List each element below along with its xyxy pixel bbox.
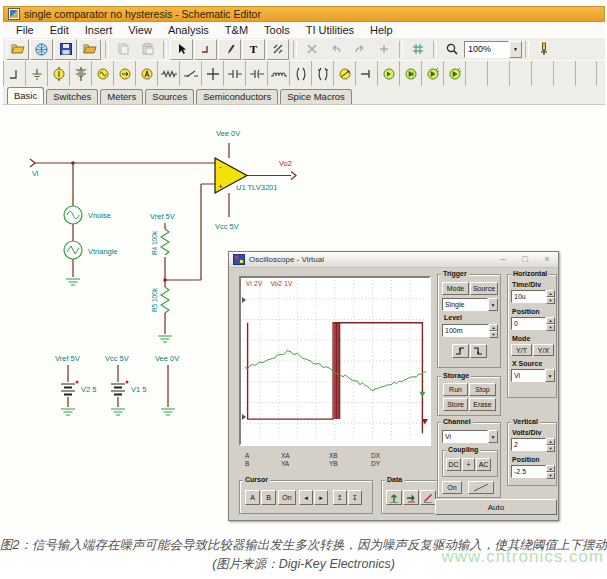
- yt-mode-button[interactable]: Y/T: [511, 344, 532, 356]
- tab-basic[interactable]: Basic: [7, 87, 44, 104]
- component-wire-button[interactable]: [3, 61, 25, 87]
- wire-tool-button[interactable]: [194, 39, 217, 60]
- data-export-button[interactable]: [386, 490, 402, 505]
- tab-meters[interactable]: Meters: [100, 89, 143, 104]
- import-button[interactable]: [78, 39, 101, 60]
- v-position-input[interactable]: -2.5: [511, 465, 546, 478]
- undo-button[interactable]: [324, 39, 347, 60]
- cursor-a-button[interactable]: A: [245, 490, 260, 505]
- voltsdiv-spinner[interactable]: ▲▼: [546, 438, 555, 451]
- oscilloscope-window[interactable]: Oscilloscope - Virtual – □ × Vi 2VVo2 1V…: [228, 251, 559, 521]
- cursor-on-button[interactable]: On: [278, 490, 296, 505]
- tab-spice-macros[interactable]: Spice Macros: [280, 89, 352, 104]
- channel-on-button[interactable]: On: [442, 481, 462, 494]
- component-voltage-generator-button[interactable]: [91, 61, 113, 87]
- xsource-select[interactable]: Vi: [511, 369, 545, 382]
- trigger-level-spinner[interactable]: ▲▼: [489, 324, 498, 337]
- open-file-button[interactable]: [6, 39, 29, 60]
- trigger-mode-select[interactable]: Single: [442, 298, 488, 311]
- h-position-spinner[interactable]: ▲▼: [546, 317, 555, 330]
- menu-tools[interactable]: Tools: [256, 24, 298, 36]
- menu-insert[interactable]: Insert: [77, 24, 121, 36]
- voltsdiv-input[interactable]: 2: [511, 438, 546, 451]
- timediv-spinner[interactable]: ▲▼: [546, 290, 555, 303]
- open-examples-button[interactable]: [30, 39, 53, 60]
- component-coupled-inductor-button[interactable]: [311, 61, 333, 87]
- menu-ti-utilities[interactable]: TI Utilities: [298, 24, 362, 36]
- xsource-dropdown-arrow[interactable]: ▼: [545, 369, 555, 382]
- zoom-dropdown-arrow[interactable]: ▼: [509, 41, 522, 58]
- tab-semiconductors[interactable]: Semiconductors: [196, 89, 278, 104]
- yx-mode-button[interactable]: Y/X: [533, 344, 554, 356]
- zoom-level-select[interactable]: 100%: [464, 41, 509, 58]
- text-tool-button[interactable]: T: [242, 39, 265, 60]
- add-button[interactable]: [372, 39, 395, 60]
- component-current-generator-button[interactable]: [113, 61, 135, 87]
- tab-switches[interactable]: Switches: [46, 89, 98, 104]
- instrument-button[interactable]: [532, 39, 555, 60]
- coupling-gnd-button[interactable]: +: [462, 458, 475, 471]
- h-position-input[interactable]: 0: [511, 317, 546, 330]
- stop-button[interactable]: Stop: [469, 383, 496, 396]
- erase-button[interactable]: Erase: [469, 398, 496, 411]
- tab-sources[interactable]: Sources: [145, 89, 194, 104]
- resistor-r4[interactable]: R4 100k: [151, 229, 169, 255]
- channel-dropdown-arrow[interactable]: ▼: [488, 430, 498, 443]
- channel-select[interactable]: Vi: [442, 430, 488, 443]
- component-inductor-button[interactable]: [267, 61, 289, 87]
- battery-v1[interactable]: V1 5: [111, 381, 146, 395]
- trigger-level-input[interactable]: 100m: [442, 324, 489, 337]
- component-voltage-source-button[interactable]: [47, 61, 69, 87]
- schematic-canvas[interactable]: Vnoise Vtriangle R4 100k R5 100k: [3, 104, 605, 533]
- component-diode-button[interactable]: [377, 61, 399, 87]
- trigger-source-button[interactable]: Source: [470, 282, 498, 295]
- zoom-tool-button[interactable]: [440, 39, 463, 60]
- minimize-button[interactable]: –: [496, 253, 510, 265]
- component-transformer-button[interactable]: [289, 61, 311, 87]
- component-led-button[interactable]: [421, 61, 443, 87]
- menu-file[interactable]: File: [8, 24, 42, 36]
- copy-button[interactable]: [112, 39, 135, 60]
- component-node-button[interactable]: [201, 61, 223, 87]
- trigger-mode-button[interactable]: Mode: [442, 282, 469, 295]
- trigger-rising-edge-button[interactable]: [452, 344, 469, 358]
- store-button[interactable]: Store: [443, 398, 468, 411]
- select-tool-button[interactable]: [170, 39, 193, 60]
- data-edit-button[interactable]: [420, 490, 436, 505]
- component-capacitor-button[interactable]: [223, 61, 245, 87]
- v-position-spinner[interactable]: ▲▼: [546, 465, 555, 478]
- data-import-button[interactable]: [403, 490, 419, 505]
- menu-tm[interactable]: T&M: [217, 24, 256, 36]
- battery-v2[interactable]: V2 5: [61, 381, 96, 395]
- trigger-mode-dropdown-arrow[interactable]: ▼: [488, 298, 498, 311]
- grid-toggle-button[interactable]: [406, 39, 429, 60]
- resistor-r5[interactable]: R5 100k: [151, 287, 169, 313]
- save-button[interactable]: [54, 39, 77, 60]
- source-vnoise[interactable]: Vnoise: [64, 206, 111, 224]
- component-battery-button[interactable]: [69, 61, 91, 87]
- component-electrolytic-capacitor-button[interactable]: [245, 61, 267, 87]
- menu-edit[interactable]: Edit: [42, 24, 77, 36]
- component-jack-button[interactable]: [355, 61, 377, 87]
- paste-button[interactable]: [136, 39, 159, 60]
- channel-slope-button[interactable]: [468, 481, 494, 494]
- coupling-dc-button[interactable]: DC: [446, 458, 461, 471]
- component-potentiometer-button[interactable]: [333, 61, 355, 87]
- pen-tool-button[interactable]: [218, 39, 241, 60]
- menu-analysis[interactable]: Analysis: [160, 24, 217, 36]
- component-ground-button[interactable]: [25, 61, 47, 87]
- run-button[interactable]: Run: [443, 383, 468, 396]
- timediv-input[interactable]: 10u: [511, 290, 546, 303]
- hatch-tool-button[interactable]: [266, 39, 289, 60]
- redo-button[interactable]: [348, 39, 371, 60]
- component-zener-button[interactable]: [399, 61, 421, 87]
- auto-button[interactable]: Auto: [435, 499, 557, 515]
- menu-view[interactable]: View: [120, 24, 160, 36]
- maximize-button[interactable]: □: [518, 253, 532, 265]
- component-switch-button[interactable]: [179, 61, 201, 87]
- component-ammeter-button[interactable]: [135, 61, 157, 87]
- coupling-ac-button[interactable]: AC: [476, 458, 491, 471]
- component-photodiode-button[interactable]: [443, 61, 465, 87]
- menu-help[interactable]: Help: [362, 24, 401, 36]
- cursor-right-button[interactable]: ▸: [314, 490, 328, 505]
